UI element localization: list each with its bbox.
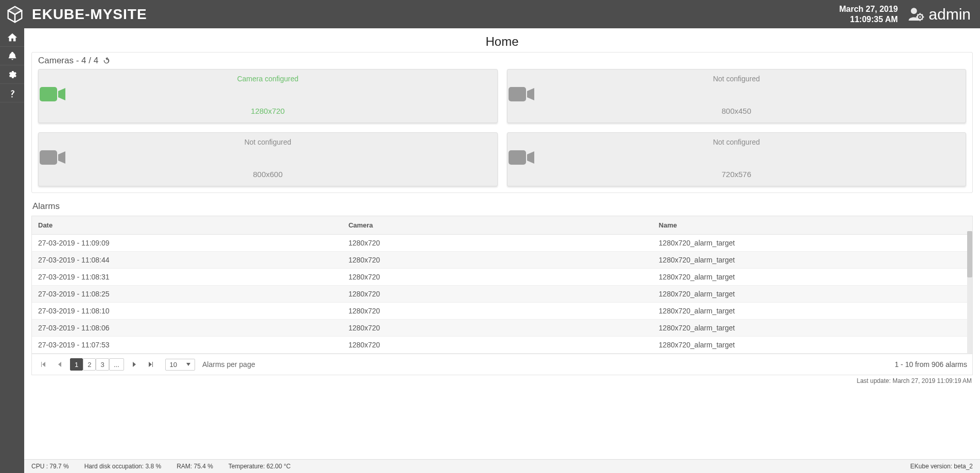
cell-date: 27-03-2019 - 11:08:31	[32, 269, 342, 286]
camera-resolution: 800x450	[507, 107, 966, 115]
table-row[interactable]: 27-03-2019 - 11:08:101280x7201280x720_al…	[32, 303, 972, 320]
cell-date: 27-03-2019 - 11:08:10	[32, 303, 342, 320]
svg-rect-12	[509, 87, 526, 101]
pager-page[interactable]: 1	[70, 358, 83, 371]
user-name: admin	[929, 6, 971, 23]
camera-status: Not configured	[507, 138, 966, 146]
cameras-title-text: Cameras - 4 / 4	[38, 56, 98, 66]
cell-date: 27-03-2019 - 11:08:06	[32, 320, 342, 337]
pager-prev[interactable]	[54, 358, 66, 371]
scrollbar[interactable]	[967, 231, 972, 354]
pager-first[interactable]	[37, 358, 49, 371]
pager-label: Alarms per page	[202, 360, 255, 369]
table-row[interactable]: 27-03-2019 - 11:08:251280x7201280x720_al…	[32, 286, 972, 303]
svg-line-8	[922, 19, 923, 20]
bell-icon	[7, 51, 18, 61]
chevron-down-icon	[186, 363, 190, 366]
cell-name: 1280x720_alarm_target	[653, 269, 972, 286]
camera-icon	[507, 148, 966, 167]
cell-date: 27-03-2019 - 11:09:09	[32, 235, 342, 252]
pager-page[interactable]: 3	[96, 358, 109, 371]
svg-point-2	[919, 16, 921, 17]
svg-rect-14	[509, 150, 526, 165]
column-header-camera[interactable]: Camera	[342, 216, 653, 235]
cameras-panel-title: Cameras - 4 / 4	[38, 56, 966, 66]
home-icon	[7, 32, 18, 43]
sidebar-item-settings[interactable]	[0, 65, 24, 84]
column-header-date[interactable]: Date	[32, 216, 342, 235]
user-menu[interactable]: admin	[907, 6, 971, 23]
header-bar: EKUBE-MYSITE March 27, 2019 11:09:35 AM	[0, 0, 980, 28]
pager-last[interactable]	[145, 358, 157, 371]
cameras-panel: Cameras - 4 / 4 Camera configured1280x72…	[31, 52, 973, 193]
camera-status: Not configured	[39, 138, 497, 146]
page-size-select[interactable]: 10	[165, 359, 195, 371]
cell-name: 1280x720_alarm_target	[653, 286, 972, 303]
sidebar-item-help[interactable]	[0, 84, 24, 102]
logo-block: EKUBE-MYSITE	[5, 5, 147, 24]
site-title: EKUBE-MYSITE	[32, 6, 147, 23]
cell-name: 1280x720_alarm_target	[653, 320, 972, 337]
camera-status: Camera configured	[39, 75, 497, 83]
table-row[interactable]: 27-03-2019 - 11:09:091280x7201280x720_al…	[32, 235, 972, 252]
pager-next[interactable]	[128, 358, 141, 371]
last-update: Last update: March 27, 2019 11:09:19 AM	[31, 377, 972, 384]
main-content: Home Cameras - 4 / 4 Camera configured12…	[24, 28, 980, 384]
table-row[interactable]: 27-03-2019 - 11:08:441280x7201280x720_al…	[32, 252, 972, 269]
camera-card[interactable]: Camera configured1280x720	[38, 69, 498, 123]
camera-resolution: 1280x720	[39, 107, 497, 115]
pager-page[interactable]: ...	[109, 358, 124, 371]
camera-icon	[39, 148, 497, 167]
cell-camera: 1280x720	[342, 320, 653, 337]
gear-icon	[7, 69, 18, 80]
svg-point-0	[911, 8, 917, 14]
cell-camera: 1280x720	[342, 235, 653, 252]
cell-camera: 1280x720	[342, 269, 653, 286]
cell-camera: 1280x720	[342, 252, 653, 269]
cell-camera: 1280x720	[342, 337, 653, 354]
datetime: March 27, 2019 11:09:35 AM	[839, 4, 898, 25]
user-gear-icon	[907, 6, 924, 23]
alarms-table: Date Camera Name 27-03-2019 - 11:09:0912…	[32, 216, 972, 354]
camera-resolution: 800x600	[39, 170, 497, 179]
page-size-value: 10	[170, 361, 177, 369]
cube-logo-icon	[5, 5, 25, 24]
svg-rect-11	[40, 87, 57, 101]
table-row[interactable]: 27-03-2019 - 11:08:061280x7201280x720_al…	[32, 320, 972, 337]
cell-name: 1280x720_alarm_target	[653, 235, 972, 252]
cell-name: 1280x720_alarm_target	[653, 337, 972, 354]
camera-resolution: 720x576	[507, 170, 966, 179]
header-date: March 27, 2019	[839, 4, 898, 14]
camera-status: Not configured	[507, 75, 966, 83]
pager-info: 1 - 10 from 906 alarms	[895, 360, 967, 369]
cell-camera: 1280x720	[342, 286, 653, 303]
svg-line-7	[918, 14, 919, 15]
header-right: March 27, 2019 11:09:35 AM a	[839, 4, 971, 25]
column-header-name[interactable]: Name	[653, 216, 972, 235]
svg-line-10	[922, 14, 923, 15]
svg-rect-13	[40, 150, 57, 165]
cell-date: 27-03-2019 - 11:08:25	[32, 286, 342, 303]
camera-card[interactable]: Not configured720x576	[507, 132, 967, 186]
cell-date: 27-03-2019 - 11:07:53	[32, 337, 342, 354]
table-row[interactable]: 27-03-2019 - 11:07:531280x7201280x720_al…	[32, 337, 972, 354]
question-icon	[8, 88, 17, 98]
cell-camera: 1280x720	[342, 303, 653, 320]
cell-date: 27-03-2019 - 11:08:44	[32, 252, 342, 269]
cell-name: 1280x720_alarm_target	[653, 252, 972, 269]
pager-page[interactable]: 2	[83, 358, 96, 371]
cell-name: 1280x720_alarm_target	[653, 303, 972, 320]
table-row[interactable]: 27-03-2019 - 11:08:311280x7201280x720_al…	[32, 269, 972, 286]
sidebar-item-home[interactable]	[0, 28, 24, 47]
camera-icon	[39, 85, 497, 103]
scrollbar-thumb[interactable]	[967, 231, 972, 277]
page-title: Home	[31, 34, 973, 49]
camera-card[interactable]: Not configured800x450	[507, 69, 967, 123]
header-time: 11:09:35 AM	[839, 14, 898, 25]
refresh-icon[interactable]	[102, 57, 111, 65]
camera-icon	[507, 85, 966, 103]
alarms-panel: Alarms Date Camera Name 27-03-2019 - 11:…	[31, 201, 973, 384]
sidebar-item-alerts[interactable]	[0, 47, 24, 65]
camera-card[interactable]: Not configured800x600	[38, 132, 498, 186]
pager: 123... 10 Alarms per page 1 - 10 from 90…	[31, 354, 973, 375]
